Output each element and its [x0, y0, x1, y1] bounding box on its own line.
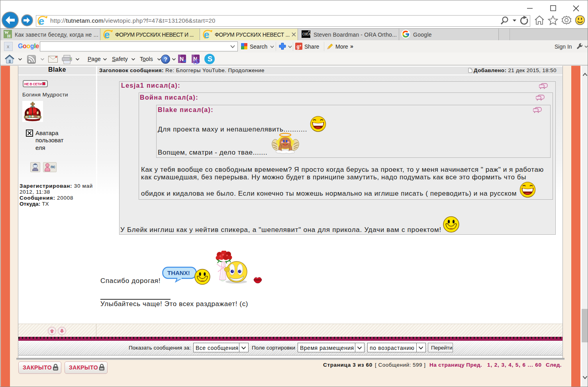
svg-text:N: N	[180, 56, 184, 62]
svg-text:THANX!: THANX!	[167, 269, 190, 276]
svg-text:+: +	[300, 44, 302, 48]
